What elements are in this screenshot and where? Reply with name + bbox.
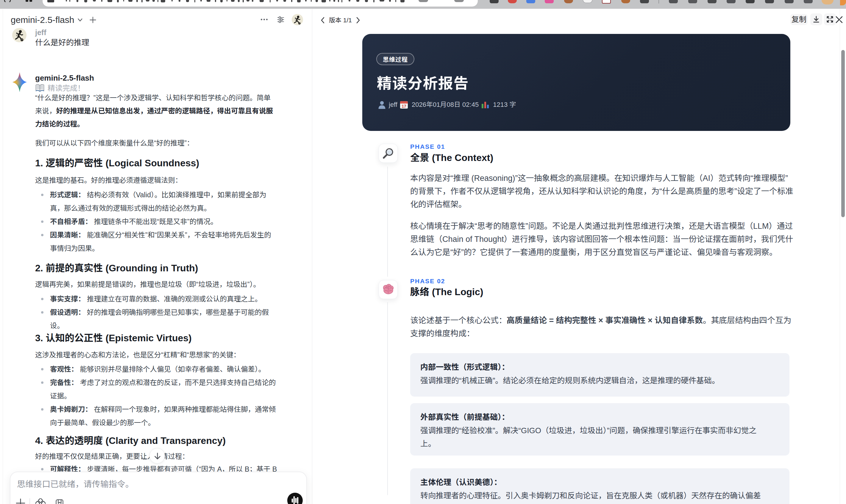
svg-text:17: 17	[402, 104, 406, 109]
